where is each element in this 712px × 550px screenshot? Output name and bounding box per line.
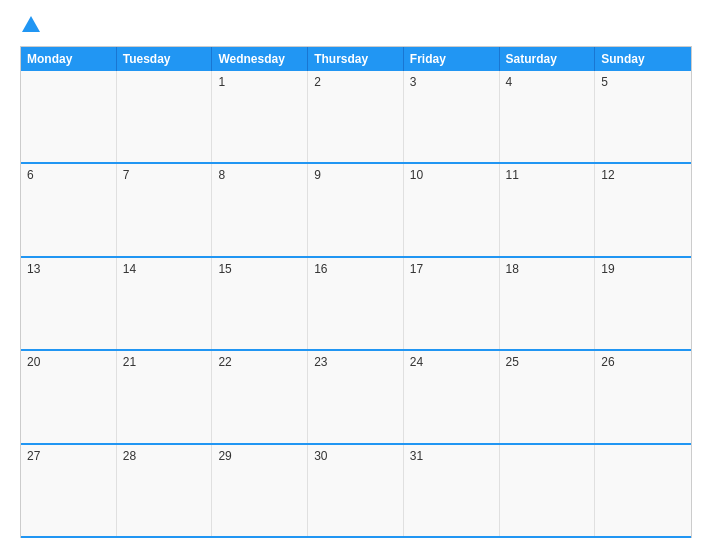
- calendar-day-24: 24: [404, 351, 500, 442]
- calendar-day-22: 22: [212, 351, 308, 442]
- day-number: 12: [601, 168, 614, 182]
- calendar-week-4: 20212223242526: [21, 351, 691, 444]
- day-number: 26: [601, 355, 614, 369]
- calendar-day-10: 10: [404, 164, 500, 255]
- calendar-day-16: 16: [308, 258, 404, 349]
- calendar-grid: MondayTuesdayWednesdayThursdayFridaySatu…: [20, 46, 692, 538]
- calendar-day-20: 20: [21, 351, 117, 442]
- calendar-day-8: 8: [212, 164, 308, 255]
- calendar-day-empty: [117, 71, 213, 162]
- day-number: 30: [314, 449, 327, 463]
- day-number: 21: [123, 355, 136, 369]
- calendar-day-28: 28: [117, 445, 213, 536]
- day-number: 17: [410, 262, 423, 276]
- day-number: 1: [218, 75, 225, 89]
- calendar-day-4: 4: [500, 71, 596, 162]
- calendar-day-1: 1: [212, 71, 308, 162]
- calendar-day-6: 6: [21, 164, 117, 255]
- calendar-day-29: 29: [212, 445, 308, 536]
- calendar-day-9: 9: [308, 164, 404, 255]
- day-number: 15: [218, 262, 231, 276]
- calendar-day-14: 14: [117, 258, 213, 349]
- day-number: 29: [218, 449, 231, 463]
- day-number: 22: [218, 355, 231, 369]
- calendar-page: MondayTuesdayWednesdayThursdayFridaySatu…: [0, 0, 712, 550]
- day-number: 23: [314, 355, 327, 369]
- day-number: 5: [601, 75, 608, 89]
- weekday-header-saturday: Saturday: [500, 47, 596, 71]
- header: [20, 18, 692, 32]
- day-number: 2: [314, 75, 321, 89]
- day-number: 6: [27, 168, 34, 182]
- calendar-day-11: 11: [500, 164, 596, 255]
- day-number: 14: [123, 262, 136, 276]
- day-number: 28: [123, 449, 136, 463]
- calendar-day-7: 7: [117, 164, 213, 255]
- calendar-day-5: 5: [595, 71, 691, 162]
- day-number: 7: [123, 168, 130, 182]
- calendar-day-21: 21: [117, 351, 213, 442]
- calendar-day-3: 3: [404, 71, 500, 162]
- calendar-day-15: 15: [212, 258, 308, 349]
- weekday-header-tuesday: Tuesday: [117, 47, 213, 71]
- calendar-week-5: 2728293031: [21, 445, 691, 538]
- calendar-week-1: 12345: [21, 71, 691, 164]
- weekday-header-monday: Monday: [21, 47, 117, 71]
- day-number: 4: [506, 75, 513, 89]
- calendar-day-13: 13: [21, 258, 117, 349]
- day-number: 19: [601, 262, 614, 276]
- calendar-day-30: 30: [308, 445, 404, 536]
- weekday-header-thursday: Thursday: [308, 47, 404, 71]
- day-number: 31: [410, 449, 423, 463]
- calendar-day-26: 26: [595, 351, 691, 442]
- day-number: 20: [27, 355, 40, 369]
- weekday-header-sunday: Sunday: [595, 47, 691, 71]
- day-number: 9: [314, 168, 321, 182]
- calendar-day-27: 27: [21, 445, 117, 536]
- calendar-day-19: 19: [595, 258, 691, 349]
- day-number: 18: [506, 262, 519, 276]
- logo: [20, 18, 40, 32]
- day-number: 3: [410, 75, 417, 89]
- weekday-header-friday: Friday: [404, 47, 500, 71]
- day-number: 25: [506, 355, 519, 369]
- day-number: 10: [410, 168, 423, 182]
- calendar-day-12: 12: [595, 164, 691, 255]
- day-number: 27: [27, 449, 40, 463]
- weekday-header-wednesday: Wednesday: [212, 47, 308, 71]
- logo-triangle-icon: [22, 16, 40, 32]
- day-number: 11: [506, 168, 519, 182]
- calendar-day-empty: [595, 445, 691, 536]
- calendar-day-17: 17: [404, 258, 500, 349]
- calendar-day-empty: [500, 445, 596, 536]
- day-number: 8: [218, 168, 225, 182]
- calendar-day-18: 18: [500, 258, 596, 349]
- calendar-day-25: 25: [500, 351, 596, 442]
- day-number: 16: [314, 262, 327, 276]
- calendar-day-31: 31: [404, 445, 500, 536]
- day-number: 13: [27, 262, 40, 276]
- calendar-day-2: 2: [308, 71, 404, 162]
- calendar-day-23: 23: [308, 351, 404, 442]
- calendar-week-3: 13141516171819: [21, 258, 691, 351]
- calendar-day-empty: [21, 71, 117, 162]
- calendar-week-2: 6789101112: [21, 164, 691, 257]
- weekday-header-row: MondayTuesdayWednesdayThursdayFridaySatu…: [21, 47, 691, 71]
- day-number: 24: [410, 355, 423, 369]
